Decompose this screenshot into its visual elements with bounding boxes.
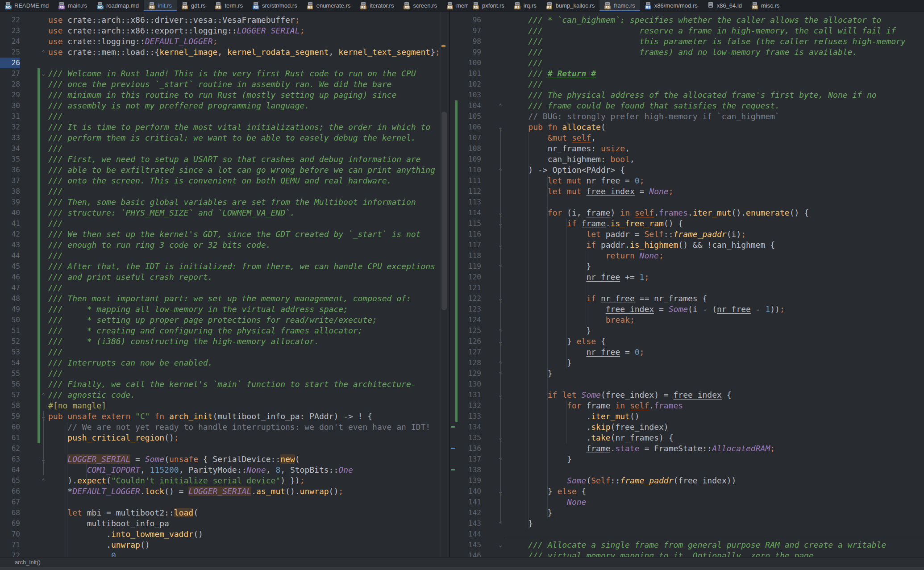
tab-frame-rs[interactable]: RSframe.rs	[599, 0, 640, 11]
tab-src-str-mod-rs[interactable]: RSsrc/str/mod.rs	[248, 0, 302, 11]
code-line[interactable]: 100 ///	[450, 58, 924, 68]
code-line[interactable]: 141 None	[450, 497, 924, 508]
vcs-change-bar[interactable]	[37, 100, 40, 111]
vcs-change-bar[interactable]	[37, 111, 40, 122]
line-number[interactable]: 30	[0, 100, 20, 111]
line-number[interactable]: 98	[450, 36, 481, 47]
line-number[interactable]: 144	[450, 529, 481, 540]
code-line[interactable]: 130	[450, 379, 924, 390]
line-number[interactable]: 36	[0, 165, 20, 175]
fold-start-icon[interactable]: ⌄	[39, 68, 47, 79]
code-line[interactable]: 106⌄ pub fn allocate(	[450, 122, 924, 133]
line-number[interactable]: 121	[450, 283, 481, 293]
vcs-change-bar[interactable]	[37, 175, 40, 186]
code-line[interactable]: 133 .iter_mut()	[450, 411, 924, 422]
vcs-change-bar[interactable]	[37, 261, 40, 272]
code-line[interactable]: 99 /// frames) and no low-memory frame i…	[450, 47, 924, 58]
tab-roadmap-md[interactable]: MDroadmap.md	[92, 0, 144, 11]
line-number[interactable]: 40	[0, 208, 20, 218]
code-line[interactable]: 118 return None;	[450, 250, 924, 261]
line-number[interactable]: 131	[450, 390, 481, 400]
code-line[interactable]: 41///	[0, 218, 449, 229]
line-number[interactable]: 35	[0, 154, 20, 165]
code-line[interactable]: 102 ///	[450, 79, 924, 90]
code-line[interactable]: 59⌄pub unsafe extern "C" fn arch_init(mu…	[0, 411, 449, 422]
vcs-change-bar[interactable]	[455, 347, 458, 358]
line-number[interactable]: 108	[450, 143, 481, 154]
code-line[interactable]: 129⌃ }	[450, 368, 924, 379]
code-line[interactable]: 125⌃ }	[450, 325, 924, 336]
code-line[interactable]: 36/// able to be exfiltrated since a lot…	[0, 165, 449, 175]
vcs-change-bar[interactable]	[37, 379, 40, 390]
vcs-change-bar[interactable]	[455, 261, 458, 272]
vcs-change-bar[interactable]	[37, 304, 40, 315]
line-number[interactable]: 128	[450, 358, 481, 368]
vcs-change-bar[interactable]	[455, 368, 458, 379]
code-line[interactable]: 96 /// * `can_highmem`: specifies whethe…	[450, 15, 924, 25]
line-number[interactable]: 122	[450, 293, 481, 304]
tab-pxfont-rs[interactable]: RSpxfont.rs	[468, 0, 509, 11]
line-number[interactable]: 110	[450, 165, 481, 175]
line-number[interactable]: 71	[0, 540, 20, 550]
code-line[interactable]: 136 frame.state = FrameState::AllocatedR…	[450, 443, 924, 454]
code-line[interactable]: 51/// * creating and configuring the phy…	[0, 325, 449, 336]
tab-x86-mem-mod-rs[interactable]: RSx86/mem/mod.rs	[640, 0, 703, 11]
line-number[interactable]: 68	[0, 508, 20, 518]
tab-main-rs[interactable]: RSmain.rs	[54, 0, 92, 11]
code-line[interactable]: 146 /// virtual memory mapping to it. Op…	[450, 550, 924, 557]
line-number[interactable]: 44	[0, 250, 20, 261]
vcs-change-bar[interactable]	[455, 379, 458, 390]
line-number[interactable]: 34	[0, 143, 20, 154]
line-number[interactable]: 120	[450, 272, 481, 283]
line-number[interactable]: 43	[0, 240, 20, 250]
line-number[interactable]: 52	[0, 336, 20, 347]
vcs-change-bar[interactable]	[455, 100, 458, 111]
code-line[interactable]: 119⌃ }	[450, 261, 924, 272]
line-number[interactable]: 56	[0, 379, 20, 390]
code-line[interactable]: 44///	[0, 250, 449, 261]
code-line[interactable]: 37/// onto the screen. This is convenien…	[0, 175, 449, 186]
vcs-change-bar[interactable]	[37, 422, 40, 433]
code-line[interactable]: 53///	[0, 347, 449, 358]
line-number[interactable]: 66	[0, 486, 20, 497]
line-number[interactable]: 146	[450, 550, 481, 557]
code-line[interactable]: 117⌄ if paddr.is_highmem() && !can_highm…	[450, 240, 924, 250]
code-line[interactable]: 107 &mut self,	[450, 133, 924, 143]
line-number[interactable]: 48	[0, 293, 20, 304]
code-line[interactable]: 112 let mut free_index = None;	[450, 186, 924, 197]
line-number[interactable]: 38	[0, 186, 20, 197]
vcs-change-bar[interactable]	[37, 293, 40, 304]
fold-end-icon[interactable]: ⌃	[496, 100, 504, 111]
vcs-change-bar[interactable]	[37, 143, 40, 154]
line-number[interactable]: 139	[450, 475, 481, 486]
code-line[interactable]: 116 let paddr = Self::frame_paddr(i);	[450, 229, 924, 240]
line-number[interactable]: 145	[450, 540, 481, 550]
fold-end-icon[interactable]: ⌃	[39, 475, 47, 486]
line-number[interactable]: 125	[450, 325, 481, 336]
breadcrumb[interactable]: arch_init()	[15, 559, 41, 566]
code-line[interactable]: 35/// First, we need to setup a USART so…	[0, 154, 449, 165]
vcs-change-bar[interactable]	[455, 336, 458, 347]
code-line[interactable]: 43/// enough to run ring 3 code or 32 bi…	[0, 240, 449, 250]
vcs-change-bar[interactable]	[455, 400, 458, 411]
left-editor-scrollbar-thumb[interactable]	[441, 112, 447, 310]
code-line[interactable]: 55///	[0, 368, 449, 379]
vcs-change-bar[interactable]	[37, 218, 40, 229]
code-line[interactable]: 34///	[0, 143, 449, 154]
code-line[interactable]: 50/// * setting up proper page protectio…	[0, 315, 449, 325]
code-line[interactable]: 30/// assembly is not my preffered progr…	[0, 100, 449, 111]
tab-irq-rs[interactable]: RSirq.rs	[509, 0, 541, 11]
vcs-change-bar[interactable]	[37, 90, 40, 100]
vcs-change-bar[interactable]	[37, 272, 40, 283]
line-number[interactable]: 50	[0, 315, 20, 325]
line-number[interactable]: 49	[0, 304, 20, 315]
line-number[interactable]: 61	[0, 433, 20, 443]
code-line[interactable]: 135⌄ .take(nr_frames) {	[450, 433, 924, 443]
vcs-change-bar[interactable]	[37, 283, 40, 293]
line-number[interactable]: 58	[0, 400, 20, 411]
code-line[interactable]: 56/// Finally, we call the kernel's `mai…	[0, 379, 449, 390]
line-number[interactable]: 45	[0, 261, 20, 272]
line-number[interactable]: 96	[450, 15, 481, 25]
tab-iterator-rs[interactable]: RSiterator.rs	[355, 0, 399, 11]
line-number[interactable]: 118	[450, 250, 481, 261]
